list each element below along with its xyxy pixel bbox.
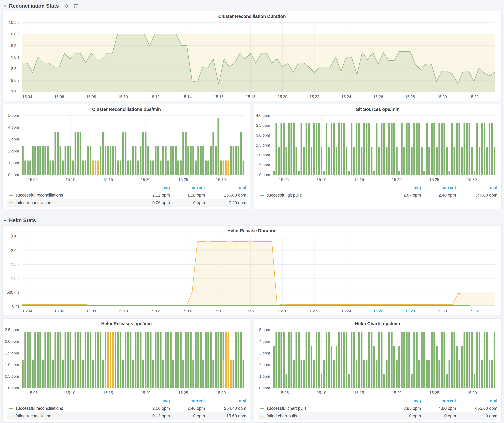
legend-col-total[interactable]: total: [456, 185, 497, 190]
svg-text:7.5 s: 7.5 s: [11, 90, 19, 94]
series-label[interactable]: successful git pulls: [267, 193, 386, 198]
svg-text:4 opm: 4 opm: [259, 339, 270, 344]
svg-text:1.0 s: 1.0 s: [11, 276, 19, 281]
legend: avg current total successful reconciliat…: [3, 397, 250, 422]
svg-text:15:04: 15:04: [23, 309, 32, 313]
legend-header: avg current total: [7, 398, 246, 405]
svg-text:15:26: 15:26: [373, 94, 383, 99]
svg-text:15:22: 15:22: [310, 309, 319, 313]
series-current: 2.40 opm: [421, 193, 456, 198]
svg-text:15:28: 15:28: [405, 94, 415, 99]
series-current: 0 opm: [170, 200, 205, 205]
svg-text:15:32: 15:32: [469, 94, 479, 99]
svg-text:15:06: 15:06: [54, 94, 64, 99]
svg-text:15:05: 15:05: [279, 177, 289, 182]
series-current: 1.20 opm: [170, 193, 205, 198]
svg-text:15:05: 15:05: [279, 391, 289, 395]
svg-text:0.5 opm: 0.5 opm: [5, 374, 19, 378]
svg-text:2.0 opm: 2.0 opm: [5, 339, 19, 344]
cluster-reconciliations-opm-chart[interactable]: 0 opm1 opm2 opm3 opm4 opm5 opm15:0515:10…: [5, 113, 248, 184]
section-title[interactable]: Reconciliation Stats: [9, 3, 59, 9]
series-label[interactable]: successful chart pulls: [267, 406, 386, 411]
svg-text:15:20: 15:20: [141, 391, 150, 395]
series-label[interactable]: failed reconciliations: [16, 200, 135, 205]
legend-col-current[interactable]: current: [421, 185, 456, 190]
svg-text:0 ns: 0 ns: [12, 304, 19, 308]
row-delete-button[interactable]: [72, 3, 79, 9]
svg-text:15:10: 15:10: [118, 94, 128, 99]
svg-text:1.5 opm: 1.5 opm: [256, 163, 270, 167]
svg-text:3.0 opm: 3.0 opm: [256, 133, 270, 137]
cluster-reconciliation-duration-chart[interactable]: 7.5 s8.0 s8.5 s9.0 s9.5 s10.0 s10.5 s15:…: [6, 20, 498, 101]
row-settings-button[interactable]: [62, 3, 69, 9]
panel-title[interactable]: Git Sources ops/min: [254, 104, 501, 113]
helm-releases-opm-chart[interactable]: 0 opm0.5 opm1.0 opm1.5 opm2.0 opm2.5 opm…: [5, 327, 248, 397]
series-label[interactable]: successful reconciliations: [16, 406, 135, 411]
svg-text:500 ms: 500 ms: [7, 290, 19, 294]
legend-col-avg[interactable]: avg: [135, 185, 170, 190]
svg-text:15:30: 15:30: [467, 177, 477, 182]
chevron-down-icon: [3, 218, 7, 223]
legend-col-avg[interactable]: avg: [386, 185, 421, 190]
series-avg: 0.06 opm: [135, 200, 170, 205]
series-label[interactable]: failed chart pulls: [267, 414, 386, 418]
svg-text:15:12: 15:12: [150, 309, 160, 313]
legend-row-successful: successful reconciliations 2.12 opm 1.20…: [7, 191, 246, 199]
legend-col-current[interactable]: current: [170, 185, 205, 190]
svg-text:3.5 opm: 3.5 opm: [256, 123, 270, 128]
panel-helm-charts-opm: Helm Charts ops/min 0 opm1 opm2 opm3 opm…: [253, 318, 502, 423]
helm-release-duration-chart[interactable]: 0 ns500 ms1.0 s1.5 s2.0 s2.5 s15:0415:06…: [6, 234, 498, 315]
series-label[interactable]: successful reconciliations: [16, 193, 135, 198]
panel-row: Cluster Reconciliations ops/min 0 opm1 o…: [2, 104, 502, 212]
legend-col-avg[interactable]: avg: [386, 399, 421, 403]
legend-col-current[interactable]: current: [170, 399, 205, 403]
row-header-helm-stats[interactable]: Helm Stats: [2, 216, 502, 225]
row-header-reconciliation-stats[interactable]: Reconciliation Stats: [2, 1, 502, 11]
svg-text:15:12: 15:12: [150, 94, 160, 99]
helm-charts-opm-chart[interactable]: 0 opm1 opm2 opm3 opm4 opm5 opm15:0515:10…: [256, 327, 499, 397]
svg-text:15:15: 15:15: [354, 391, 364, 395]
panel-title[interactable]: Helm Releases ops/min: [3, 319, 250, 327]
legend-col-total[interactable]: total: [456, 399, 497, 403]
series-avg: 2.12 opm: [135, 193, 170, 198]
panel-title[interactable]: Helm Release Duration: [3, 226, 501, 234]
series-label[interactable]: failed reconciliations: [16, 414, 135, 418]
panel-title[interactable]: Helm Charts ops/min: [254, 319, 501, 327]
legend-col-current[interactable]: current: [421, 399, 456, 403]
gear-icon: [63, 3, 68, 9]
legend-row-failed: failed reconciliations 0.13 opm 0 opm 15…: [7, 412, 246, 420]
svg-text:8.5 s: 8.5 s: [11, 66, 19, 71]
svg-text:15:16: 15:16: [214, 309, 224, 313]
series-avg: 2.87 opm: [386, 193, 421, 198]
legend-col-avg[interactable]: avg: [135, 399, 170, 403]
legend-row-failed: failed reconciliations 0.06 opm 0 opm 7.…: [7, 199, 246, 207]
series-avg: 0 opm: [386, 414, 421, 418]
svg-text:4.0 opm: 4.0 opm: [256, 113, 270, 118]
legend-row-successful: successful chart pulls 3.85 opm 4.80 opm…: [258, 405, 497, 412]
svg-text:15:10: 15:10: [118, 309, 128, 313]
series-total: 256.80 opm: [205, 193, 246, 198]
legend-row-successful: successful reconciliations 2.10 opm 2.40…: [7, 405, 246, 412]
section-title[interactable]: Helm Stats: [9, 217, 36, 223]
svg-text:5 opm: 5 opm: [8, 113, 19, 118]
svg-text:15:20: 15:20: [392, 391, 402, 395]
panel-title[interactable]: Cluster Reconciliation Duration: [3, 11, 501, 20]
svg-text:15:08: 15:08: [86, 94, 96, 99]
legend-col-total[interactable]: total: [205, 399, 246, 403]
svg-text:0 opm: 0 opm: [259, 386, 270, 390]
svg-text:15:14: 15:14: [182, 309, 192, 313]
svg-text:15:25: 15:25: [178, 391, 188, 395]
legend-col-total[interactable]: total: [205, 185, 246, 190]
series-total: 0 opm: [456, 414, 497, 418]
panel-title[interactable]: Cluster Reconciliations ops/min: [3, 104, 250, 113]
svg-text:15:08: 15:08: [86, 309, 96, 313]
svg-text:15:04: 15:04: [23, 94, 32, 99]
series-dash-icon: [260, 195, 264, 196]
series-total: 7.20 opm: [205, 200, 246, 205]
legend-header: avg current total: [7, 185, 246, 191]
git-sources-opm-chart[interactable]: 1.0 opm1.5 opm2.0 opm2.5 opm3.0 opm3.5 o…: [256, 113, 499, 184]
legend: avg current total successful reconciliat…: [3, 184, 250, 209]
series-total: 346.80 opm: [456, 193, 497, 198]
svg-text:15:30: 15:30: [216, 391, 226, 395]
svg-text:15:15: 15:15: [103, 177, 113, 182]
